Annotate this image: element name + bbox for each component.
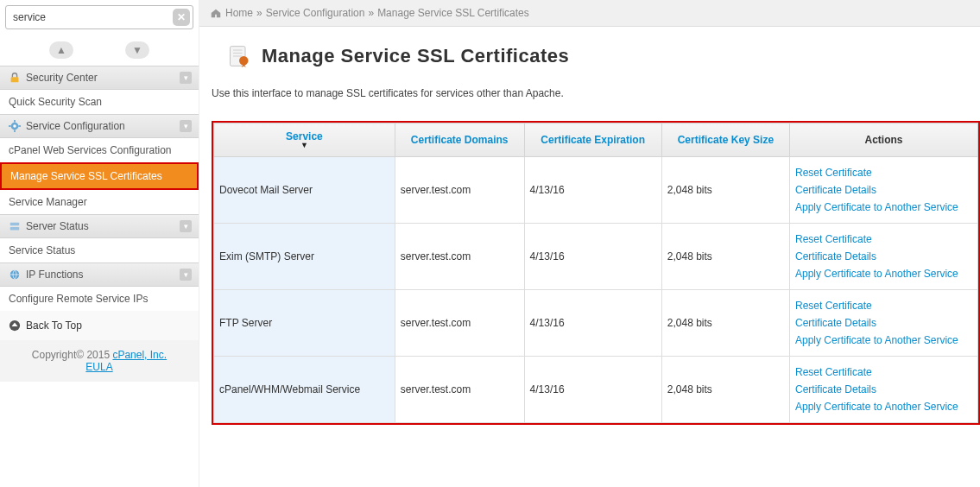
sidebar-item-service-manager[interactable]: Service Manager [0, 190, 199, 214]
breadcrumb-sep: » [368, 7, 374, 19]
sidebar-item-quick-security-scan[interactable]: Quick Security Scan [0, 90, 199, 114]
nav-section-server-status[interactable]: Server Status ▾ [0, 214, 199, 238]
svg-point-2 [13, 124, 16, 128]
breadcrumb-level1[interactable]: Service Configuration [266, 7, 365, 19]
sidebar-item-configure-remote-ips[interactable]: Configure Remote Service IPs [0, 287, 199, 311]
server-icon [9, 220, 21, 232]
col-domains[interactable]: Certificate Domains [395, 123, 524, 157]
nav-next-button[interactable]: ▼ [125, 41, 149, 59]
apply-cert-link[interactable]: Apply Certificate to Another Service [795, 199, 972, 216]
cert-details-link[interactable]: Certificate Details [795, 181, 972, 199]
nav-section-label: Service Configuration [26, 120, 125, 132]
nav-prev-button[interactable]: ▲ [49, 41, 73, 59]
cell-service: Dovecot Mail Server [214, 157, 395, 224]
search-input[interactable] [5, 5, 193, 29]
sidebar: ✕ ▲ ▼ Security Center ▾ Quick Security S… [0, 0, 199, 487]
nav-section-label: Server Status [26, 220, 89, 232]
col-expiration[interactable]: Certificate Expiration [524, 123, 661, 157]
gear-icon [9, 120, 21, 132]
cell-expiration: 4/13/16 [524, 224, 661, 290]
eula-link[interactable]: EULA [85, 361, 112, 373]
cell-domain: server.test.com [395, 290, 524, 357]
chevron-down-icon: ▾ [180, 120, 192, 132]
up-arrow-icon [9, 319, 21, 332]
clear-search-icon[interactable]: ✕ [173, 9, 190, 26]
cell-actions: Reset Certificate Certificate Details Ap… [790, 290, 978, 357]
table-row: Dovecot Mail Server server.test.com 4/13… [214, 157, 978, 224]
svg-rect-5 [9, 125, 11, 127]
cpanel-link[interactable]: cPanel, Inc. [112, 349, 167, 361]
svg-rect-3 [14, 120, 16, 123]
copyright-text: Copyright© 2015 [32, 349, 113, 361]
copyright-footer: Copyright© 2015 cPanel, Inc. EULA [0, 340, 199, 382]
lock-icon [9, 72, 21, 84]
sidebar-item-service-status[interactable]: Service Status [0, 238, 199, 262]
nav-section-label: Security Center [26, 72, 98, 84]
cell-actions: Reset Certificate Certificate Details Ap… [790, 224, 978, 290]
home-icon [210, 7, 222, 19]
apply-cert-link[interactable]: Apply Certificate to Another Service [795, 332, 972, 349]
cell-service: Exim (SMTP) Server [214, 224, 395, 290]
breadcrumb-level2: Manage Service SSL Certificates [377, 7, 529, 19]
cell-actions: Reset Certificate Certificate Details Ap… [790, 357, 978, 423]
cell-key-size: 2,048 bits [661, 357, 789, 423]
breadcrumb-home[interactable]: Home [225, 7, 253, 19]
cell-domain: server.test.com [395, 357, 524, 423]
reset-cert-link[interactable]: Reset Certificate [795, 231, 972, 248]
page-title: Manage Service SSL Certificates [262, 45, 569, 67]
certificate-icon [227, 44, 251, 68]
col-service[interactable]: Service ▼ [214, 123, 395, 157]
sidebar-item-manage-ssl[interactable]: Manage Service SSL Certificates [0, 162, 199, 190]
sort-desc-icon: ▼ [219, 141, 389, 149]
cell-domain: server.test.com [395, 224, 524, 290]
globe-icon [9, 269, 21, 281]
cell-key-size: 2,048 bits [661, 290, 789, 357]
certificates-table: Service ▼ Certificate Domains Certificat… [213, 123, 978, 423]
col-actions: Actions [790, 123, 978, 157]
cell-key-size: 2,048 bits [661, 157, 789, 224]
svg-rect-7 [10, 223, 20, 226]
cell-service: cPanel/WHM/Webmail Service [214, 357, 395, 423]
breadcrumb-sep: » [256, 7, 262, 19]
breadcrumb: Home » Service Configuration » Manage Se… [199, 0, 980, 27]
cell-expiration: 4/13/16 [524, 290, 661, 357]
cell-actions: Reset Certificate Certificate Details Ap… [790, 157, 978, 224]
apply-cert-link[interactable]: Apply Certificate to Another Service [795, 398, 972, 415]
cell-key-size: 2,048 bits [661, 224, 789, 290]
cell-expiration: 4/13/16 [524, 357, 661, 423]
table-row: cPanel/WHM/Webmail Service server.test.c… [214, 357, 978, 423]
svg-rect-8 [10, 227, 20, 231]
reset-cert-link[interactable]: Reset Certificate [795, 164, 972, 181]
back-to-top-link[interactable]: Back To Top [0, 311, 199, 340]
reset-cert-link[interactable]: Reset Certificate [795, 364, 972, 381]
svg-rect-6 [18, 125, 21, 127]
table-row: FTP Server server.test.com 4/13/16 2,048… [214, 290, 978, 357]
nav-section-label: IP Functions [26, 269, 83, 281]
svg-rect-4 [14, 130, 16, 132]
cell-service: FTP Server [214, 290, 395, 357]
chevron-down-icon: ▾ [180, 72, 192, 84]
cert-details-link[interactable]: Certificate Details [795, 248, 972, 265]
chevron-down-icon: ▾ [180, 220, 192, 232]
col-key-size[interactable]: Certificate Key Size [661, 123, 789, 157]
cert-details-link[interactable]: Certificate Details [795, 314, 972, 332]
reset-cert-link[interactable]: Reset Certificate [795, 297, 972, 314]
chevron-down-icon: ▾ [180, 269, 192, 281]
sidebar-item-cpanel-web-services[interactable]: cPanel Web Services Configuration [0, 138, 199, 162]
nav-section-service-configuration[interactable]: Service Configuration ▾ [0, 114, 199, 138]
back-to-top-label: Back To Top [26, 319, 82, 332]
cell-expiration: 4/13/16 [524, 157, 661, 224]
svg-rect-0 [11, 77, 19, 82]
page-description: Use this interface to manage SSL certifi… [212, 87, 980, 99]
table-row: Exim (SMTP) Server server.test.com 4/13/… [214, 224, 978, 290]
certificates-table-wrap: Service ▼ Certificate Domains Certificat… [212, 121, 980, 425]
apply-cert-link[interactable]: Apply Certificate to Another Service [795, 265, 972, 282]
cert-details-link[interactable]: Certificate Details [795, 381, 972, 398]
nav-section-security-center[interactable]: Security Center ▾ [0, 66, 199, 90]
cell-domain: server.test.com [395, 157, 524, 224]
nav-section-ip-functions[interactable]: IP Functions ▾ [0, 262, 199, 287]
